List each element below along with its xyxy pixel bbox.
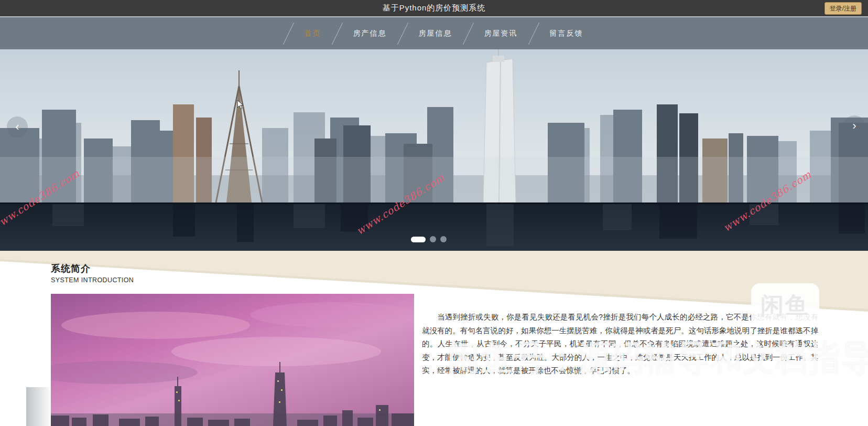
nav-separator [331, 23, 342, 45]
nav-separator [462, 23, 473, 45]
intro-paragraph: 当遇到挫折或失败，你是看见失败还是看见机会?挫折是我们每个人成长的必经之路，它不… [422, 311, 818, 378]
nav-item-house-news[interactable]: 房屋资讯 [484, 29, 518, 38]
carousel-next-button[interactable]: › [844, 115, 865, 136]
nav-item-house-info[interactable]: 房屋信息 [419, 29, 452, 38]
intro-heading: 系统简介 [51, 262, 91, 275]
city-skyline-image [0, 49, 868, 251]
carousel-dot[interactable] [440, 236, 447, 242]
carousel-dots [411, 236, 447, 242]
intro-image [51, 294, 414, 426]
page: 基于Python的房价预测系统 登录/注册 首页 房产信息 房屋信息 房屋资讯 … [0, 0, 868, 426]
topbar: 基于Python的房价预测系统 登录/注册 [0, 0, 868, 17]
hero-carousel[interactable]: www.code386.com www.code386.com www.code… [0, 49, 868, 251]
page-title: 基于Python的房价预测系统 [383, 3, 486, 13]
intro-subheading: SYSTEM INTRODUCTION [51, 276, 134, 284]
nav-separator [397, 23, 408, 45]
login-register-button[interactable]: 登录/注册 [824, 2, 862, 15]
main-nav: 首页 房产信息 房屋信息 房屋资讯 留言反馈 [0, 17, 868, 49]
carousel-dot[interactable] [430, 236, 436, 242]
nav-item-property-info[interactable]: 房产信息 [353, 29, 387, 38]
nav-item-feedback[interactable]: 留言反馈 [550, 29, 583, 38]
nav-separator [528, 23, 539, 45]
carousel-dot[interactable] [411, 237, 426, 242]
carousel-prev-button[interactable]: ‹ [7, 116, 28, 137]
nav-item-home[interactable]: 首页 [305, 29, 321, 38]
nav-separator [283, 23, 294, 45]
